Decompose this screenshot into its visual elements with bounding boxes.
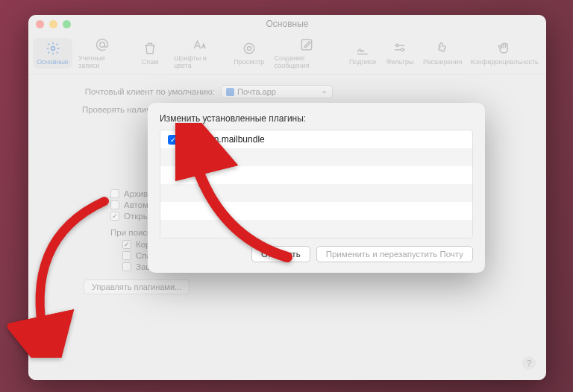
encrypted-checkbox[interactable] <box>122 262 131 271</box>
apply-restart-button[interactable]: Применить и перезапустить Почту <box>316 246 473 262</box>
plugin-row-empty <box>160 220 472 238</box>
eye-icon <box>242 41 257 56</box>
signature-icon <box>355 41 370 56</box>
default-client-label: Почтовый клиент по умолчанию: <box>51 87 215 96</box>
plugin-row-empty <box>160 184 472 202</box>
at-icon <box>95 37 110 52</box>
hand-icon <box>497 41 512 56</box>
modal-title: Изменить установленные плагины: <box>160 113 473 124</box>
archive-checkbox[interactable] <box>110 189 119 198</box>
tab-general[interactable]: Основные <box>33 38 72 69</box>
toolbar: Основные Учетные записи Спам Шрифты и цв… <box>28 33 546 75</box>
help-button[interactable]: ? <box>522 356 536 370</box>
window-title: Основные <box>28 19 546 29</box>
svg-point-5 <box>396 44 398 46</box>
mail-app-icon <box>226 88 234 96</box>
tab-fonts[interactable]: Шрифты и цвета <box>169 34 228 72</box>
tab-privacy[interactable]: Конфиденциальность <box>467 38 542 69</box>
titlebar: Основные <box>28 15 546 33</box>
svg-point-0 <box>51 47 54 51</box>
tab-accounts[interactable]: Учетные записи <box>74 34 131 72</box>
puzzle-icon <box>435 41 450 56</box>
cancel-button[interactable]: Отменить <box>251 246 310 262</box>
svg-point-3 <box>247 47 251 51</box>
open-checkbox[interactable] <box>110 212 119 221</box>
plugin-row-empty <box>160 166 472 184</box>
compose-icon <box>299 37 314 52</box>
plugin-list: AltPlugin.mailbundle <box>160 130 473 238</box>
svg-point-1 <box>100 42 105 48</box>
spam-checkbox[interactable] <box>122 251 131 260</box>
gear-icon <box>46 41 60 56</box>
tab-viewing[interactable]: Просмотр <box>230 38 268 69</box>
auto-checkbox[interactable] <box>110 200 119 209</box>
tab-signatures[interactable]: Подписи <box>345 38 381 69</box>
manage-plugins-button[interactable]: Управлять плагинами... <box>84 279 190 294</box>
filter-icon <box>392 41 407 56</box>
plugin-checkbox[interactable] <box>168 135 178 145</box>
trash-icon <box>143 41 157 56</box>
plugin-row[interactable]: AltPlugin.mailbundle <box>160 130 472 148</box>
tab-extensions[interactable]: Расширения <box>419 38 466 69</box>
plugin-row-empty <box>160 202 472 220</box>
tab-composing[interactable]: Создание сообщения <box>270 34 343 72</box>
svg-point-2 <box>244 43 254 53</box>
tab-rules[interactable]: Фильтры <box>382 38 418 69</box>
tab-junk[interactable]: Спам <box>132 38 168 69</box>
default-client-select[interactable]: Почта.app <box>221 85 333 98</box>
plugins-modal: Изменить установленные плагины: AltPlugi… <box>148 103 485 273</box>
plugin-name: AltPlugin.mailbundle <box>184 134 265 145</box>
svg-point-6 <box>401 48 404 51</box>
fonts-icon <box>192 37 207 52</box>
trash-checkbox[interactable] <box>122 240 131 249</box>
modal-actions: Отменить Применить и перезапустить Почту <box>160 246 473 262</box>
plugin-row-empty <box>160 148 472 166</box>
